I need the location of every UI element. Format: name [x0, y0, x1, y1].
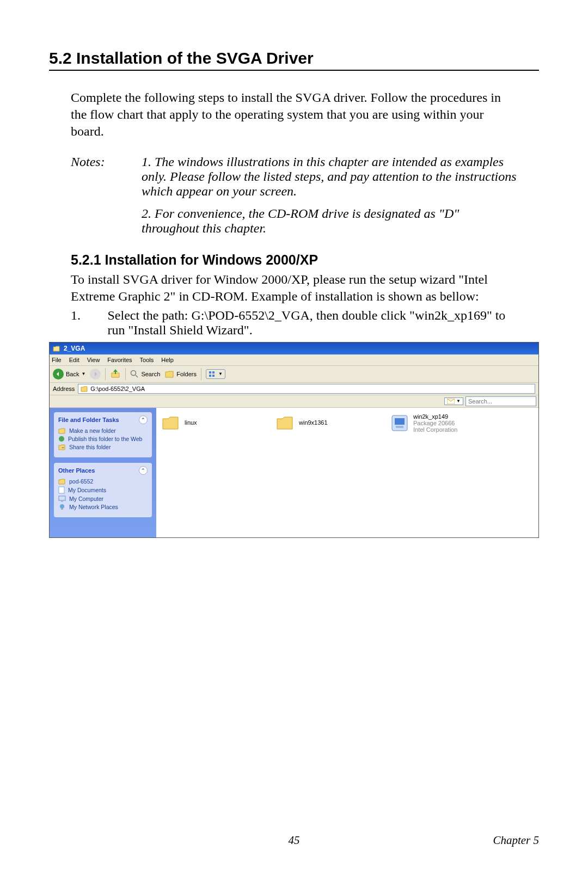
folder-icon — [162, 413, 180, 432]
menu-favorites[interactable]: Favorites — [107, 357, 132, 363]
my-computer-link[interactable]: My Computer — [58, 495, 148, 502]
notes-block: Notes: 1. The windows illustrations in t… — [71, 155, 517, 236]
files-pane: linux win9x1361 win2k_xp149 Package 2066… — [156, 408, 538, 537]
mail-icon — [447, 399, 455, 404]
step-number: 1. — [71, 308, 91, 338]
step-text: Select the path: G:\POD-6552\2_VGA, then… — [108, 308, 517, 338]
folder-icon — [276, 413, 295, 432]
svg-rect-1 — [209, 371, 211, 374]
menu-file[interactable]: File — [52, 357, 62, 363]
step-1: 1. Select the path: G:\POD-6552\2_VGA, t… — [71, 308, 517, 338]
mail-button[interactable]: ▼ — [444, 397, 463, 405]
window-title: 2_VGA — [64, 345, 85, 352]
file-folder-tasks-box: File and Folder Tasks ⌃ Make a new folde… — [54, 412, 152, 457]
window-titlebar[interactable]: 2_VGA — [50, 342, 538, 354]
share-folder-link[interactable]: Share this folder — [58, 444, 148, 450]
subsection-intro: To install SVGA driver for Window 2000/X… — [71, 271, 517, 305]
folder-linux[interactable]: linux — [162, 413, 260, 432]
svg-point-10 — [60, 504, 64, 509]
search-input[interactable] — [465, 396, 536, 406]
folder-icon — [58, 478, 66, 485]
explorer-window: 2_VGA File Edit View Favorites Tools Hel… — [49, 342, 539, 538]
svg-rect-3 — [209, 375, 211, 377]
svg-rect-4 — [212, 375, 215, 377]
svg-rect-14 — [396, 426, 403, 428]
toolbar-separator — [125, 368, 126, 380]
address-label: Address — [53, 386, 75, 392]
search-bar: ▼ — [50, 395, 538, 408]
pod-6552-link[interactable]: pod-6552 — [58, 478, 148, 485]
installer-icon — [390, 414, 409, 432]
folders-icon — [164, 370, 174, 378]
folder-icon — [81, 386, 88, 392]
note-2: 2. For convenience, the CD-ROM drive is … — [142, 206, 517, 236]
toolbar: Back ▼ Search Folders ▼ — [50, 366, 538, 383]
other-places-box: Other Places ⌃ pod-6552 My Documents My … — [54, 463, 152, 517]
documents-icon — [58, 486, 65, 494]
page-footer: 45 Chapter 5 — [49, 834, 539, 847]
globe-icon — [58, 436, 65, 442]
svg-rect-2 — [212, 371, 215, 374]
svg-point-6 — [59, 436, 64, 442]
note-1: 1. The windows illustrations in this cha… — [142, 155, 517, 199]
folder-open-icon — [53, 345, 60, 352]
toolbar-separator — [105, 368, 106, 380]
back-arrow-icon — [53, 369, 64, 380]
menu-tools[interactable]: Tools — [140, 357, 154, 363]
up-button[interactable] — [110, 368, 121, 380]
publish-folder-link[interactable]: Publish this folder to the Web — [58, 436, 148, 442]
views-button[interactable]: ▼ — [206, 369, 225, 379]
svg-rect-13 — [395, 418, 405, 425]
chevron-down-icon: ▼ — [218, 371, 223, 376]
chapter-label: Chapter 5 — [493, 834, 539, 847]
new-folder-icon — [58, 427, 66, 434]
page-number: 45 — [289, 834, 300, 847]
menubar: File Edit View Favorites Tools Help — [50, 354, 538, 366]
notes-label: Notes: — [71, 155, 120, 236]
my-documents-link[interactable]: My Documents — [58, 486, 148, 494]
section-heading: 5.2 Installation of the SVGA Driver — [49, 49, 539, 71]
menu-view[interactable]: View — [87, 357, 100, 363]
folders-button[interactable]: Folders — [164, 370, 197, 378]
svg-rect-9 — [61, 501, 63, 502]
svg-rect-7 — [59, 487, 64, 493]
chevron-down-icon: ▼ — [456, 399, 461, 403]
intro-text: Complete the following steps to install … — [71, 89, 517, 140]
menu-help[interactable]: Help — [161, 357, 174, 363]
tasks-box2-title: Other Places — [58, 467, 95, 474]
network-places-link[interactable]: My Network Places — [58, 504, 148, 510]
chevron-down-icon: ▼ — [81, 371, 85, 376]
explorer-content: File and Folder Tasks ⌃ Make a new folde… — [50, 408, 538, 537]
collapse-icon[interactable]: ⌃ — [139, 466, 148, 475]
address-bar: Address G:\pod-6552\2_VGA — [50, 383, 538, 395]
file-meta-2: Intel Corporation — [413, 426, 457, 433]
tasks-box1-title: File and Folder Tasks — [58, 417, 119, 423]
svg-point-0 — [131, 370, 136, 375]
collapse-icon[interactable]: ⌃ — [139, 415, 148, 424]
network-icon — [58, 504, 66, 510]
svg-rect-8 — [59, 496, 65, 500]
back-button[interactable]: Back ▼ — [53, 369, 85, 380]
installer-win2kxp149[interactable]: win2k_xp149 Package 20666 Intel Corporat… — [390, 413, 494, 433]
address-field[interactable]: G:\pod-6552\2_VGA — [78, 384, 535, 394]
toolbar-separator — [201, 368, 201, 380]
search-button[interactable]: Search — [130, 370, 160, 378]
folder-win9x1361[interactable]: win9x1361 — [276, 413, 374, 432]
menu-edit[interactable]: Edit — [69, 357, 79, 363]
address-path: G:\pod-6552\2_VGA — [90, 386, 145, 392]
make-new-folder-link[interactable]: Make a new folder — [58, 427, 148, 434]
computer-icon — [58, 495, 66, 502]
forward-button[interactable] — [90, 369, 101, 380]
views-icon — [209, 371, 216, 377]
svg-rect-11 — [61, 509, 63, 510]
tasks-pane: File and Folder Tasks ⌃ Make a new folde… — [50, 408, 156, 537]
subsection-heading: 5.2.1 Installation for Windows 2000/XP — [71, 252, 539, 268]
share-icon — [58, 444, 66, 450]
file-meta-1: Package 20666 — [413, 420, 457, 426]
search-icon — [130, 370, 139, 378]
file-name: win2k_xp149 — [413, 413, 457, 420]
